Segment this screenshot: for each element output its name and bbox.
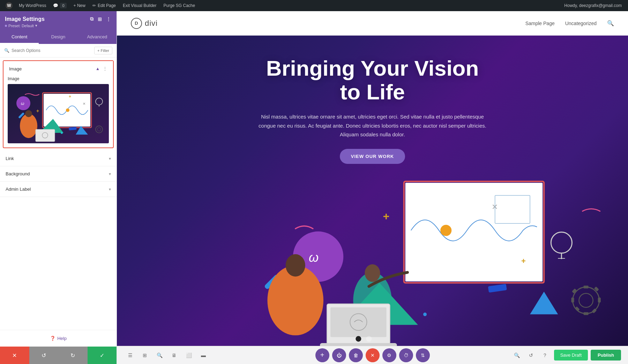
filter-button[interactable]: + Filter [94, 47, 112, 54]
sidebar-tabs: Content Design Advanced [0, 31, 117, 44]
svg-rect-48 [571, 297, 574, 302]
admin-bar-purge-cache[interactable]: Purge SG Cache [160, 0, 199, 11]
search-input[interactable] [12, 48, 94, 53]
sidebar-title-text: Image Settings [5, 16, 45, 22]
accordion-link: Link ▾ [0, 151, 117, 166]
edit-icon: ✏ [92, 3, 96, 8]
preset-chevron: ▾ [35, 23, 37, 28]
undo-button[interactable]: ↺ [29, 347, 59, 364]
toolbar-help-icon[interactable]: ? [539, 349, 551, 362]
image-section-more[interactable]: ⋮ [103, 66, 107, 71]
toolbar-left: ☰ ⊞ 🔍 🖥 ⬜ ▬ [124, 349, 210, 362]
image-preview-svg: ✕ + [8, 84, 109, 143]
accordion-background-header[interactable]: Background ▾ [0, 166, 117, 181]
accordion-admin-label-header[interactable]: Admin Label ▾ [0, 182, 117, 197]
wp-logo[interactable]: W [3, 0, 15, 11]
toolbar-close-button[interactable]: ✕ [366, 348, 380, 362]
copy-icon[interactable]: ⧉ [89, 15, 94, 23]
hero-subtitle: Nisl massa, ultrices vitae ornare sit am… [254, 112, 491, 139]
search-input-wrap: 🔍 [4, 48, 94, 53]
sidebar-header: Image Settings ⧉ ⊞ ⋮ Preset: Default ▾ [0, 11, 117, 31]
svg-rect-50 [572, 288, 577, 293]
layout-icon[interactable]: ⊞ [97, 16, 103, 23]
svg-rect-15 [36, 129, 55, 142]
more-icon[interactable]: ⋮ [105, 16, 112, 23]
toolbar-zoom-icon[interactable]: 🔍 [511, 349, 523, 362]
svg-text:+: + [69, 94, 71, 99]
accordion-link-title: Link [6, 156, 14, 161]
admin-bar-exit-visual-builder[interactable]: Exit Visual Builder [119, 0, 160, 11]
toolbar-undo-icon[interactable]: ↺ [525, 349, 537, 362]
image-preview[interactable]: ✕ + [8, 84, 109, 143]
svg-rect-46 [584, 286, 589, 288]
sidebar-content: Image ▲ ⋮ Image [0, 58, 117, 330]
toolbar-grid-icon[interactable]: ⊞ [139, 349, 151, 362]
toolbar-sort-button[interactable]: ⇅ [416, 348, 430, 362]
illustration-area: ✕ + ω [117, 171, 628, 346]
redo-button[interactable]: ↻ [58, 347, 88, 364]
help-link[interactable]: ❓ Help [6, 336, 111, 341]
accordion-link-header[interactable]: Link ▾ [0, 151, 117, 166]
image-field-label: Image [8, 76, 109, 81]
preset-dot [5, 25, 7, 27]
comment-count: 0 [60, 3, 66, 8]
svg-marker-54 [530, 291, 558, 314]
publish-button[interactable]: Publish [591, 350, 621, 361]
svg-point-4 [66, 108, 69, 112]
admin-bar-comments[interactable]: 💬 0 [50, 0, 70, 11]
admin-bar-my-wordpress[interactable]: My WordPress [15, 0, 50, 11]
svg-point-11 [20, 114, 37, 138]
toolbar-mobile-icon[interactable]: ▬ [197, 349, 210, 362]
svg-point-25 [440, 225, 451, 236]
toolbar-tablet-icon[interactable]: ⬜ [182, 349, 195, 362]
main-layout: Image Settings ⧉ ⊞ ⋮ Preset: Default ▾ C… [0, 11, 628, 364]
admin-bar-new[interactable]: + New [70, 0, 89, 11]
nav-sample-page[interactable]: Sample Page [525, 21, 555, 26]
accordion-image: Image ▲ ⋮ Image [3, 60, 114, 148]
toolbar-add-button[interactable]: + [315, 348, 329, 362]
sidebar-title-row: Image Settings ⧉ ⊞ ⋮ [5, 15, 112, 23]
toolbar-search-icon[interactable]: 🔍 [153, 349, 166, 362]
toolbar-desktop-icon[interactable]: 🖥 [168, 349, 180, 362]
wordpress-icon: W [6, 2, 13, 9]
confirm-button[interactable]: ✓ [88, 347, 117, 364]
preset-label[interactable]: Preset: Default ▾ [5, 23, 112, 28]
toolbar-menu-icon[interactable]: ☰ [124, 349, 136, 362]
search-icon: 🔍 [4, 48, 9, 53]
image-section-chevron-up[interactable]: ▲ [96, 66, 100, 71]
site-nav: Sample Page Uncategorized 🔍 [525, 20, 614, 26]
toolbar-delete-button[interactable]: 🗑 [349, 348, 363, 362]
svg-point-55 [423, 312, 427, 316]
divi-circle-icon: D [131, 18, 142, 29]
comment-icon: 💬 [53, 3, 58, 8]
save-draft-button[interactable]: Save Draft [554, 350, 588, 361]
tab-advanced[interactable]: Advanced [78, 31, 117, 44]
tab-design[interactable]: Design [39, 31, 77, 44]
hero-section: Bringing Your Vision to Life Nisl massa,… [117, 36, 628, 346]
svg-point-12 [25, 110, 32, 117]
nav-uncategorized[interactable]: Uncategorized [565, 21, 597, 26]
sidebar: Image Settings ⧉ ⊞ ⋮ Preset: Default ▾ C… [0, 11, 117, 364]
admin-bar-user[interactable]: Howdy, deezgrafix@gmail.com [561, 0, 625, 11]
svg-rect-52 [575, 306, 580, 311]
bottom-toolbar: ☰ ⊞ 🔍 🖥 ⬜ ▬ + ⏻ 🗑 ✕ ⚙ ⏱ ⇅ 🔍 [117, 346, 628, 364]
nav-search-icon[interactable]: 🔍 [607, 20, 614, 26]
toolbar-power-button[interactable]: ⏻ [332, 348, 346, 362]
cancel-button[interactable]: ✕ [0, 347, 29, 364]
image-section-content: Image [3, 76, 113, 147]
svg-text:ω: ω [21, 101, 24, 106]
tab-content[interactable]: Content [0, 31, 39, 44]
accordion-background-title: Background [6, 171, 30, 176]
svg-text:ω: ω [309, 250, 319, 265]
admin-label-chevron: ▾ [109, 187, 111, 192]
svg-text:+: + [36, 108, 39, 114]
svg-point-33 [286, 254, 305, 276]
hero-cta-button[interactable]: VIEW OUR WORK [340, 149, 405, 164]
sidebar-help: ❓ Help [0, 330, 117, 347]
toolbar-history-button[interactable]: ⏱ [399, 348, 413, 362]
toolbar-settings-button[interactable]: ⚙ [382, 348, 396, 362]
admin-bar-edit-page[interactable]: ✏ Edit Page [89, 0, 119, 11]
accordion-image-header[interactable]: Image ▲ ⋮ [3, 61, 113, 76]
site-header: D divi Sample Page Uncategorized 🔍 [117, 11, 628, 36]
hero-title: Bringing Your Vision to Life [124, 56, 621, 104]
